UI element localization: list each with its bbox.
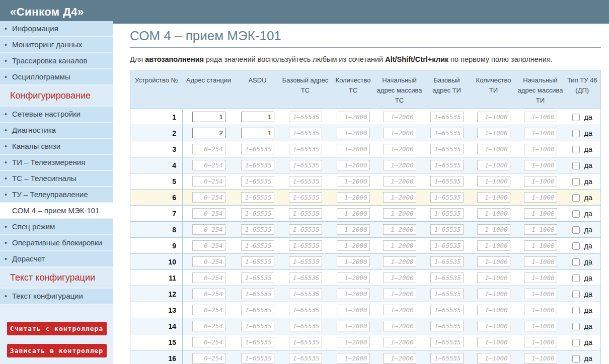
ts-array-start-input[interactable]: [383, 192, 416, 203]
tu-type-checkbox[interactable]: [572, 146, 580, 153]
ti-count-input[interactable]: [477, 289, 510, 299]
station-address-input[interactable]: [192, 337, 225, 347]
ti-count-input[interactable]: [477, 144, 510, 154]
ti-count-input[interactable]: [477, 337, 510, 347]
ts-base-address-input[interactable]: [289, 240, 322, 251]
ti-count-input[interactable]: [477, 160, 510, 170]
read-from-controller-button[interactable]: Считать с контроллера: [7, 322, 107, 335]
ts-base-address-input[interactable]: [289, 289, 322, 299]
ts-base-address-input[interactable]: [289, 353, 322, 363]
sidebar-item[interactable]: Дорасчет: [0, 251, 113, 267]
ts-count-input[interactable]: [337, 305, 370, 315]
write-to-controller-button[interactable]: Записать в контроллер: [7, 344, 107, 357]
tu-type-checkbox[interactable]: [572, 210, 580, 218]
ti-count-input[interactable]: [477, 353, 510, 363]
asdu-input[interactable]: [241, 128, 274, 138]
ts-base-address-input[interactable]: [289, 128, 322, 138]
tu-type-checkbox[interactable]: [572, 242, 580, 250]
station-address-input[interactable]: [192, 176, 225, 187]
station-address-input[interactable]: [192, 272, 225, 283]
sidebar-item[interactable]: ТУ – Телеуправление: [0, 187, 113, 203]
ti-base-address-input[interactable]: [430, 337, 464, 347]
tu-type-checkbox[interactable]: [572, 307, 580, 314]
asdu-input[interactable]: [241, 224, 274, 235]
ts-count-input[interactable]: [337, 144, 370, 154]
ti-base-address-input[interactable]: [430, 176, 464, 187]
ti-count-input[interactable]: [477, 176, 510, 187]
ti-array-start-input[interactable]: [524, 353, 557, 363]
ts-count-input[interactable]: [337, 176, 370, 187]
sidebar-item[interactable]: Осциллограммы: [0, 69, 113, 85]
ts-array-start-input[interactable]: [383, 353, 416, 363]
ti-array-start-input[interactable]: [524, 176, 557, 187]
tu-type-checkbox[interactable]: [572, 226, 580, 234]
ti-array-start-input[interactable]: [524, 337, 557, 347]
sidebar-item[interactable]: Мониторинг данных: [0, 37, 113, 53]
ti-count-input[interactable]: [477, 224, 510, 235]
ti-base-address-input[interactable]: [430, 192, 464, 203]
station-address-input[interactable]: [192, 160, 225, 170]
ti-array-start-input[interactable]: [524, 144, 557, 154]
station-address-input[interactable]: [192, 353, 225, 363]
asdu-input[interactable]: [241, 160, 274, 170]
ts-base-address-input[interactable]: [289, 192, 322, 203]
station-address-input[interactable]: [192, 321, 225, 331]
ti-base-address-input[interactable]: [430, 224, 464, 235]
ti-base-address-input[interactable]: [430, 289, 464, 299]
sidebar-item[interactable]: Спец режим: [0, 219, 113, 235]
ts-count-input[interactable]: [337, 240, 370, 251]
ts-base-address-input[interactable]: [289, 144, 322, 154]
station-address-input[interactable]: [192, 128, 225, 138]
ts-array-start-input[interactable]: [383, 337, 416, 347]
ts-base-address-input[interactable]: [289, 272, 322, 283]
ti-base-address-input[interactable]: [430, 128, 464, 138]
station-address-input[interactable]: [192, 192, 225, 203]
ts-count-input[interactable]: [337, 337, 370, 347]
ts-array-start-input[interactable]: [383, 128, 416, 138]
sidebar-item[interactable]: ТС – Телесигналы: [0, 171, 113, 187]
ti-array-start-input[interactable]: [524, 240, 557, 251]
ti-array-start-input[interactable]: [524, 305, 557, 315]
sidebar-item[interactable]: Каналы связи: [0, 139, 113, 155]
tu-type-checkbox[interactable]: [572, 339, 580, 346]
asdu-input[interactable]: [241, 192, 274, 203]
ts-count-input[interactable]: [337, 208, 370, 219]
ts-count-input[interactable]: [337, 128, 370, 138]
station-address-input[interactable]: [192, 256, 225, 267]
asdu-input[interactable]: [241, 208, 274, 219]
ti-array-start-input[interactable]: [524, 224, 557, 235]
ti-count-input[interactable]: [477, 305, 510, 315]
asdu-input[interactable]: [241, 353, 274, 363]
ti-base-address-input[interactable]: [430, 353, 464, 363]
ti-base-address-input[interactable]: [430, 208, 464, 219]
ts-array-start-input[interactable]: [383, 240, 416, 251]
ti-count-input[interactable]: [477, 128, 510, 138]
ti-count-input[interactable]: [477, 321, 510, 331]
ts-base-address-input[interactable]: [289, 305, 322, 315]
tu-type-checkbox[interactable]: [572, 114, 580, 121]
ts-array-start-input[interactable]: [383, 160, 416, 170]
tu-type-checkbox[interactable]: [572, 275, 580, 282]
sidebar-item[interactable]: Сетевые настройки: [0, 107, 113, 123]
ts-count-input[interactable]: [337, 192, 370, 203]
ti-base-address-input[interactable]: [430, 321, 464, 331]
ti-array-start-input[interactable]: [524, 192, 557, 203]
ts-base-address-input[interactable]: [289, 256, 322, 267]
ts-base-address-input[interactable]: [289, 112, 322, 122]
ti-array-start-input[interactable]: [524, 321, 557, 331]
ts-base-address-input[interactable]: [289, 224, 322, 235]
ti-array-start-input[interactable]: [524, 289, 557, 299]
ti-base-address-input[interactable]: [430, 256, 464, 267]
station-address-input[interactable]: [192, 289, 225, 299]
asdu-input[interactable]: [241, 144, 274, 154]
tu-type-checkbox[interactable]: [572, 291, 580, 298]
ts-count-input[interactable]: [337, 112, 370, 122]
tu-type-checkbox[interactable]: [572, 130, 580, 137]
ts-count-input[interactable]: [337, 224, 370, 235]
ts-count-input[interactable]: [337, 321, 370, 331]
ti-base-address-input[interactable]: [430, 112, 464, 122]
sidebar-item[interactable]: Информация: [0, 21, 113, 37]
ti-base-address-input[interactable]: [430, 305, 464, 315]
sidebar-item[interactable]: ТИ – Телеизмерения: [0, 155, 113, 171]
asdu-input[interactable]: [241, 337, 274, 347]
